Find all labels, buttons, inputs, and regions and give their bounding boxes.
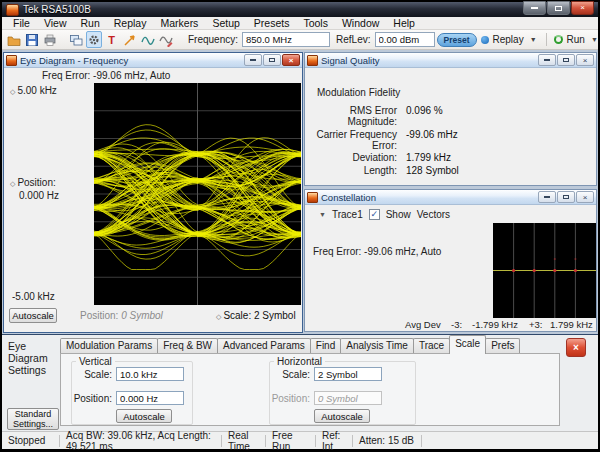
eye-freq-error: Freq Error: -99.06 mHz, Auto xyxy=(42,70,170,81)
menu-help[interactable]: Help xyxy=(386,17,422,29)
horizontal-position-label: Position: xyxy=(270,393,310,404)
horizontal-scale-input[interactable] xyxy=(314,367,382,381)
close-icon[interactable] xyxy=(576,191,594,203)
menu-view[interactable]: View xyxy=(37,17,74,29)
frequency-label: Frequency: xyxy=(188,34,238,45)
maximize-icon[interactable] xyxy=(557,54,575,66)
close-icon[interactable] xyxy=(576,54,594,66)
preset-button[interactable]: Preset xyxy=(437,33,477,47)
tab-analysis-time[interactable]: Analysis Time xyxy=(340,338,414,354)
sq-row-length: Length: 128 Symbol xyxy=(305,165,596,176)
constellation-titlebar[interactable]: Constellation xyxy=(305,190,596,205)
run-button[interactable]: Run xyxy=(567,34,585,45)
trace-dropdown-icon[interactable] xyxy=(319,211,326,218)
minimize-icon[interactable] xyxy=(523,1,546,15)
menu-tools[interactable]: Tools xyxy=(296,17,335,29)
tab-find[interactable]: Find xyxy=(310,338,341,354)
modulation-fidelity-heading: Modulation Fidelity xyxy=(317,87,400,98)
replay-icon xyxy=(481,36,489,44)
eye-diagram-titlebar[interactable]: Eye Diagram - Frequency xyxy=(4,53,302,68)
tab-prefs[interactable]: Prefs xyxy=(485,338,520,354)
close-icon[interactable]: × xyxy=(571,1,594,15)
menu-replay[interactable]: Replay xyxy=(107,17,154,29)
scale-tab-page: Vertical Scale: Position: Autoscale Hori… xyxy=(60,353,560,426)
print-icon[interactable] xyxy=(42,31,58,48)
eye-scale-bottom-label: -5.00 kHz xyxy=(12,291,55,302)
displays-icon[interactable] xyxy=(68,31,84,48)
eye-x-scale[interactable]: Scale: 2 Symbol xyxy=(216,310,296,321)
maximize-icon[interactable] xyxy=(557,191,575,203)
vertical-scale-input[interactable] xyxy=(116,367,184,381)
status-atten: Atten: 15 dB xyxy=(352,435,422,447)
minimize-icon[interactable] xyxy=(538,191,556,203)
status-acq: Acq BW: 39.06 kHz, Acq Length: 49.521 ms xyxy=(60,435,222,447)
vertical-autoscale-button[interactable]: Autoscale xyxy=(116,409,172,423)
app-window: Tek RSA5100B × File View Run Replay Mark… xyxy=(2,2,598,448)
save-icon[interactable] xyxy=(24,31,40,48)
vertical-scale-label: Scale: xyxy=(72,369,112,380)
chevron-down-icon[interactable]: ▼ xyxy=(528,36,539,43)
standard-settings-button[interactable]: Standard Settings... xyxy=(7,408,59,430)
close-icon[interactable] xyxy=(282,54,300,66)
avg-dev-minus-value: -1.799 kHz xyxy=(472,319,518,330)
signal-quality-window: Signal Quality Modulation Fidelity RMS E… xyxy=(304,52,597,186)
constellation-title: Constellation xyxy=(321,192,376,203)
frequency-input[interactable] xyxy=(242,32,330,47)
show-label: Show xyxy=(386,209,411,220)
eye-diagram-plot xyxy=(94,83,301,305)
show-checkbox[interactable] xyxy=(369,209,380,220)
tab-scale[interactable]: Scale xyxy=(449,335,486,354)
settings-gear-icon[interactable] xyxy=(86,31,102,48)
amplitude-icon[interactable] xyxy=(122,31,138,48)
signal-quality-titlebar[interactable]: Signal Quality xyxy=(305,53,596,68)
menu-markers[interactable]: Markers xyxy=(153,17,205,29)
status-run-state: Stopped xyxy=(2,435,60,447)
minimize-icon[interactable] xyxy=(244,54,262,66)
avg-dev-plus-label: +3: xyxy=(529,319,542,330)
spinner-icon xyxy=(216,313,221,320)
menu-presets[interactable]: Presets xyxy=(247,17,297,29)
sq-row-deviation: Deviation: 1.799 kHz xyxy=(305,152,596,163)
menu-window[interactable]: Window xyxy=(335,17,386,29)
signal-quality-title: Signal Quality xyxy=(321,55,380,66)
spinner-icon xyxy=(10,180,15,187)
horizontal-autoscale-button[interactable]: Autoscale xyxy=(314,409,370,423)
vertical-group: Vertical Scale: Position: Autoscale xyxy=(71,361,193,425)
vertical-position-input[interactable] xyxy=(116,391,184,405)
tab-trace[interactable]: Trace xyxy=(413,338,450,354)
vectors-label[interactable]: Vectors xyxy=(417,209,450,220)
run-icon xyxy=(554,35,563,44)
marker-icon[interactable]: T xyxy=(104,31,120,48)
tab-advanced-params[interactable]: Advanced Params xyxy=(217,338,311,354)
eye-position-label[interactable]: Position:0.000 Hz xyxy=(10,177,59,202)
menubar: File View Run Replay Markers Setup Prese… xyxy=(2,17,598,30)
horizontal-scale-label: Scale: xyxy=(270,369,310,380)
menu-run[interactable]: Run xyxy=(74,17,107,29)
toolbar: T Frequency: RefLev: Preset Replay ▼ Run… xyxy=(2,30,598,50)
eye-scale-top-label[interactable]: 5.00 kHz xyxy=(10,85,57,96)
menu-setup[interactable]: Setup xyxy=(205,17,246,29)
trace-edit-icon[interactable] xyxy=(158,31,174,48)
minimize-icon[interactable] xyxy=(538,54,556,66)
tab-modulation-params[interactable]: Modulation Params xyxy=(60,338,158,354)
menu-file[interactable]: File xyxy=(6,17,37,29)
reflev-input[interactable] xyxy=(375,32,435,47)
trace-icon[interactable] xyxy=(140,31,156,48)
eye-diagram-window: Eye Diagram - Frequency Freq Error: -99.… xyxy=(3,52,303,333)
autoscale-button[interactable]: Autoscale xyxy=(9,308,57,323)
status-realtime: Real Time xyxy=(222,435,266,447)
statusbar: Stopped Acq BW: 39.06 kHz, Acq Length: 4… xyxy=(2,431,598,449)
eye-x-position: Position: 0 Symbol xyxy=(80,310,163,321)
trace-selector[interactable]: Trace1 xyxy=(332,209,363,220)
eye-bottom-bar: Autoscale Position: 0 Symbol Scale: 2 Sy… xyxy=(4,306,302,332)
tek-logo-icon xyxy=(6,55,17,66)
open-folder-icon[interactable] xyxy=(6,31,22,48)
tab-freq-bw[interactable]: Freq & BW xyxy=(157,338,218,354)
sq-row-carrier: Carrier Frequency Error: -99.06 mHz xyxy=(305,129,596,151)
maximize-icon[interactable] xyxy=(263,54,281,66)
chevron-down-icon[interactable]: ▼ xyxy=(589,36,600,43)
settings-close-icon[interactable]: × xyxy=(566,338,586,357)
replay-button[interactable]: Replay xyxy=(493,34,524,45)
restore-icon[interactable] xyxy=(547,1,570,15)
settings-panel-title: Eye Diagram Settings xyxy=(8,340,66,376)
